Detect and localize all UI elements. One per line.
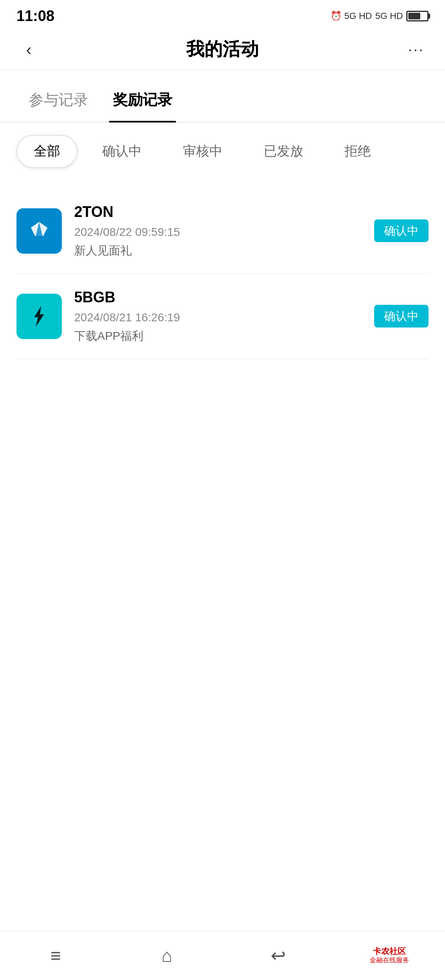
header: ‹ 我的活动 ··· <box>0 29 445 70</box>
reward-name-bgb: 5BGB <box>74 289 362 306</box>
reward-date-ton: 2024/08/22 09:59:15 <box>74 226 362 239</box>
signal-icon: ⏰ 5G HD <box>330 11 372 21</box>
more-button[interactable]: ··· <box>404 37 429 62</box>
filter-confirming[interactable]: 确认中 <box>86 136 158 167</box>
reward-status-bgb: 确认中 <box>374 309 429 324</box>
reward-name-ton: 2TON <box>74 203 362 221</box>
status-bar: 11:08 ⏰ 5G HD 5G HD <box>0 0 445 29</box>
battery-icon <box>406 11 429 21</box>
filter-all[interactable]: 全部 <box>16 135 77 168</box>
reward-date-bgb: 2024/08/21 16:26:19 <box>74 311 362 324</box>
more-dots-icon: ··· <box>408 41 424 58</box>
status-badge-bgb: 确认中 <box>374 305 429 327</box>
reward-logo-ton <box>16 208 62 254</box>
ton-logo-icon <box>27 219 52 243</box>
home-icon: ⌂ <box>162 945 173 966</box>
nav-menu[interactable]: ≡ <box>14 931 97 980</box>
status-time: 11:08 <box>16 7 54 25</box>
page-title: 我的活动 <box>186 37 259 61</box>
reward-info-bgb: 5BGB 2024/08/21 16:26:19 下载APP福利 <box>74 289 362 344</box>
reward-list: 2TON 2024/08/22 09:59:15 新人见面礼 确认中 5BGB … <box>0 188 445 359</box>
reward-status-ton: 确认中 <box>374 223 429 239</box>
nav-brand[interactable]: 卡农社区 金融在线服务 <box>348 931 431 980</box>
reward-desc-bgb: 下载APP福利 <box>74 328 362 344</box>
reward-logo-bgb <box>16 294 62 339</box>
status-badge-ton: 确认中 <box>374 219 429 242</box>
bottom-nav: ≡ ⌂ ↩ 卡农社区 金融在线服务 <box>0 931 445 980</box>
reward-item-bgb[interactable]: 5BGB 2024/08/21 16:26:19 下载APP福利 确认中 <box>16 274 429 359</box>
nav-home[interactable]: ⌂ <box>126 931 208 980</box>
brand-subtitle: 金融在线服务 <box>370 956 409 965</box>
nav-back[interactable]: ↩ <box>237 931 319 980</box>
back-arrow-icon: ‹ <box>26 41 31 58</box>
filter-container: 全部 确认中 审核中 已发放 拒绝 <box>0 122 445 180</box>
reward-desc-ton: 新人见面礼 <box>74 243 362 259</box>
bgb-logo-icon <box>27 304 52 329</box>
reward-item-ton[interactable]: 2TON 2024/08/22 09:59:15 新人见面礼 确认中 <box>16 188 429 274</box>
tab-reward[interactable]: 奖励记录 <box>101 78 185 122</box>
back-nav-icon: ↩ <box>271 945 286 966</box>
status-icons: ⏰ 5G HD 5G HD <box>330 11 429 21</box>
tab-participation[interactable]: 参与记录 <box>16 78 101 122</box>
signal2-icon: 5G HD <box>375 11 403 21</box>
filter-rejected[interactable]: 拒绝 <box>328 136 387 167</box>
tabs-container: 参与记录 奖励记录 <box>0 78 445 122</box>
filter-issued[interactable]: 已发放 <box>247 136 320 167</box>
back-button[interactable]: ‹ <box>16 37 41 62</box>
reward-info-ton: 2TON 2024/08/22 09:59:15 新人见面礼 <box>74 203 362 259</box>
menu-icon: ≡ <box>50 945 61 966</box>
brand-name: 卡农社区 <box>373 946 406 956</box>
filter-reviewing[interactable]: 审核中 <box>166 136 239 167</box>
